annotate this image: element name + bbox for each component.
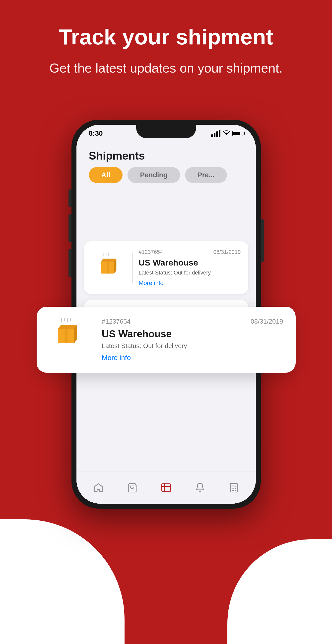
phone-button-vol-up	[68, 214, 71, 242]
page-title: Track your shipment	[0, 25, 332, 49]
svg-rect-7	[65, 329, 67, 343]
float-card-meta: #1237654 08/31/2019	[102, 318, 283, 325]
svg-point-8	[226, 134, 227, 135]
phone-button-vol-down	[68, 249, 71, 277]
card-2-more-info[interactable]: More info	[139, 280, 241, 286]
phone-button-silent	[68, 190, 71, 207]
header-section: Track your shipment Get the latest updat…	[0, 0, 332, 92]
card-2-status: Latest Status: Out for delivery	[139, 270, 241, 276]
float-shipment-date: 08/31/2019	[251, 318, 283, 325]
filter-tab-pending[interactable]: Pending	[127, 167, 180, 183]
card-2-info: #1237654 08/31/2019 US Warehouse Latest …	[139, 249, 241, 286]
float-shipment-id: #1237654	[102, 318, 131, 325]
filter-tab-all[interactable]: All	[89, 167, 123, 183]
wifi-icon	[223, 130, 230, 138]
card-2-id: #1237654	[139, 249, 163, 255]
svg-rect-29	[230, 483, 237, 492]
card-2-warehouse: US Warehouse	[139, 258, 241, 268]
nav-shipments[interactable]	[161, 482, 171, 493]
status-time: 8:30	[89, 130, 103, 138]
battery-icon	[232, 131, 243, 136]
float-warehouse-name: US Warehouse	[102, 328, 283, 340]
float-package-icon	[49, 318, 86, 345]
float-more-info-link[interactable]: More info	[102, 354, 283, 362]
svg-marker-14	[101, 259, 116, 262]
nav-calculator[interactable]	[229, 482, 239, 493]
signal-bar-4	[219, 130, 220, 137]
phone-button-power	[261, 220, 264, 262]
float-card-info: #1237654 08/31/2019 US Warehouse Latest …	[102, 318, 283, 362]
card-2-meta: #1237654 08/31/2019	[139, 249, 241, 255]
svg-marker-5	[58, 325, 77, 329]
shipment-card-2: #1237654 08/31/2019 US Warehouse Latest …	[84, 241, 248, 294]
page-subtitle: Get the latest updates on your shipment.	[0, 59, 332, 77]
nav-notifications[interactable]	[195, 482, 205, 493]
signal-icon	[211, 130, 220, 137]
shipments-title: Shipments	[89, 150, 243, 162]
signal-bar-2	[214, 133, 215, 137]
phone-device: #1237654 08/31/2019 US Warehouse Latest …	[71, 120, 261, 508]
bottom-nav	[76, 471, 256, 504]
svg-rect-16	[107, 262, 109, 274]
float-card-divider	[94, 324, 94, 356]
card-2-date: 08/31/2019	[213, 249, 241, 255]
nav-home[interactable]	[93, 482, 104, 493]
signal-bar-3	[216, 132, 218, 137]
nav-cart[interactable]	[127, 482, 137, 493]
page-title-bar: Shipments	[76, 142, 256, 167]
svg-rect-26	[162, 484, 170, 492]
card-2-divider	[132, 253, 133, 283]
battery-fill	[233, 132, 240, 135]
status-icons	[211, 130, 243, 138]
signal-bar-1	[211, 134, 213, 137]
filter-tab-pre[interactable]: Pre...	[185, 167, 227, 183]
float-shipment-status: Latest Status: Out for delivery	[102, 342, 283, 350]
card-2-package-icon	[91, 249, 126, 276]
filter-tabs-row: All Pending Pre...	[76, 167, 256, 190]
floating-shipment-card: #1237654 08/31/2019 US Warehouse Latest …	[37, 307, 296, 373]
phone-notch	[136, 125, 196, 138]
